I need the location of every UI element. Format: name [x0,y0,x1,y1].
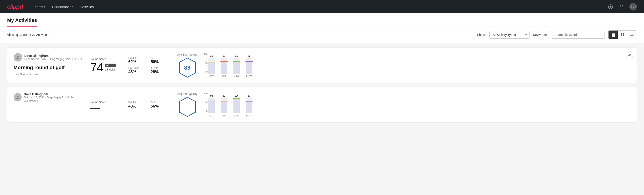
bar-group: 106ARG [234,94,240,117]
user-row: Dave Billingham December 05, 2021 · Gog … [14,53,85,62]
bar-label: APP [222,114,226,117]
bar-group: 94OTT [208,94,215,117]
score-row [90,105,120,109]
svg-rect-12 [630,36,634,36]
user-name: Dave Billingham [24,54,82,58]
bar-chart-wrap: 100 50 0 85OTT90APP89ARG89PUTT [202,53,252,78]
performance-chevron-icon: ▾ [72,6,74,8]
svg-rect-4 [612,35,615,36]
navbar: clippd Teams ▾ Performance ▾ Activities [0,0,644,14]
keywords-label: Keywords: [533,33,548,36]
nav-links: Teams ▾ Performance ▾ Activities [30,3,600,10]
hexagon [178,97,196,117]
fw-hit-val: 43% [128,104,146,109]
user-avatar-nav[interactable]: ▾ [629,3,637,10]
bar-value-label: 87 [248,94,250,97]
card-stats: Round Score 74 +4 18 Holes FW Hit 62% GI… [90,53,630,78]
bar-tick [233,98,240,99]
shot-quality-section: Avg Shot Quality 100 [178,92,630,117]
hexagon: 89 [178,58,196,78]
bar-chart-y-axis: 100 50 0 [202,53,208,73]
view-toggles [608,30,637,39]
bar-tick [208,100,215,100]
shot-quality-left: Avg Shot Quality [178,92,197,117]
bar-group: 89PUTT [246,55,252,78]
gir-val: 56% [150,104,168,109]
bar-fill [208,100,215,113]
add-button[interactable] [607,3,614,10]
bar-fill [234,61,240,74]
logo[interactable]: clippd [7,3,23,10]
round-score-section: Round Score 74 +4 18 Holes [90,58,120,73]
bar-group: 82APP [221,94,227,117]
nav-item-teams[interactable]: Teams ▾ [30,3,48,10]
bar-group: 87PUTT [246,94,252,117]
bar-container [221,58,227,74]
activity-type-select[interactable]: All Activity Types [489,31,530,38]
data-source: Data Source: Arccos [14,73,85,76]
activity-title: Morning round of golf [14,65,85,70]
viewing-total: 29 [32,33,36,36]
avg-shot-label: Avg Shot Quality [178,53,197,56]
bar-value-label: 82 [223,94,226,97]
gir-label: GIR [150,101,168,104]
search-input[interactable] [551,31,605,38]
bar-fill [221,102,227,113]
nav-item-activities[interactable]: Activities [78,3,97,10]
show-label: Show: [477,33,486,36]
card-left: Dave Billingham October 16, 2021 · Gog M… [14,92,85,103]
bar-container [208,58,215,74]
bar-fill [246,101,252,113]
avatar [14,93,22,102]
bar-fill [221,61,227,74]
score-number: 74 [90,62,103,73]
svg-rect-2 [612,34,615,34]
bar-label: APP [222,75,226,78]
bar-group: 89ARG [234,55,240,78]
page-header: My Activities [0,14,644,27]
gir-val: 50% [150,60,168,64]
holes-text: 18 Holes [105,68,116,71]
list-compact-view-button[interactable] [627,30,637,39]
bar-label: OTT [209,75,214,78]
viewing-count: 12 [19,33,22,36]
svg-rect-8 [621,35,622,36]
refresh-button[interactable] [618,3,625,10]
fw-hit-label: FW Hit [128,56,146,60]
stat-item-oneputt: 1 Putt 28% [150,66,168,74]
shot-quality-section: Avg Shot Quality 89 100 [178,53,630,78]
stat-item-updown: Up/Down 43% [128,66,146,74]
user-info: Dave Billingham October 16, 2021 · Gog M… [24,92,85,102]
activity-type-selector[interactable]: All Activity Types [489,31,530,38]
hexagon-wrap: 89 [178,58,197,78]
svg-point-15 [17,96,18,98]
bar-container [208,98,215,113]
user-name: Dave Billingham [24,92,85,96]
score-badge-info: +4 18 Holes [105,64,116,71]
bar-chart-wrap: 100 50 0 94OTT82APP106ARG87PUTT [202,92,252,117]
card-left: Dave Billingham December 05, 2021 · Gog … [14,53,85,76]
round-score-label: Round Score [90,58,120,61]
activity-card: Dave Billingham December 05, 2021 · Gog … [7,48,637,83]
svg-rect-10 [630,34,634,34]
bar-tick [208,62,215,62]
teams-chevron-icon: ▾ [44,6,45,8]
bar-label: ARG [234,114,239,117]
bar-chart: 100 50 0 94OTT82APP106ARG87PUTT [202,92,252,117]
grid-view-button[interactable] [618,30,627,39]
activity-card: Dave Billingham October 16, 2021 · Gog M… [7,87,637,122]
svg-point-13 [17,56,19,58]
nav-item-performance[interactable]: Performance ▾ [49,3,76,10]
bar-container [234,98,240,113]
bar-tick [220,102,228,102]
score-badge: +4 [105,64,116,67]
stat-item-gir: GIR 56% [150,101,168,109]
edit-button[interactable] [626,51,633,58]
fw-hit-label: FW Hit [128,101,146,104]
svg-point-1 [632,5,633,7]
bar-group: 90APP [221,55,227,78]
list-dense-view-button[interactable] [608,30,618,39]
updown-label: Up/Down [128,66,146,70]
bar-tick [233,61,240,62]
oneputt-label: 1 Putt [150,66,168,70]
